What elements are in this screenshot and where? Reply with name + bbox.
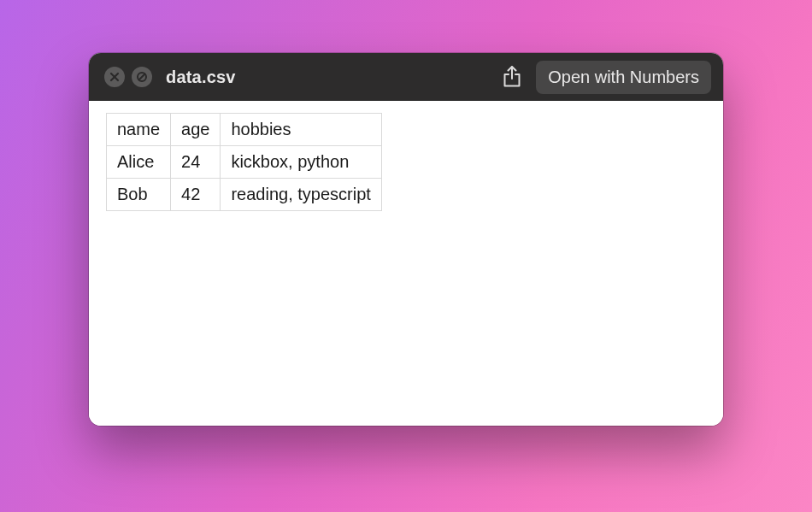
window-title: data.csv (166, 68, 236, 87)
preview-window: data.csv Open with Numbers name age (89, 53, 723, 426)
content-area: name age hobbies Alice 24 kickbox, pytho… (89, 101, 723, 426)
open-with-button[interactable]: Open with Numbers (536, 61, 711, 94)
titlebar: data.csv Open with Numbers (89, 53, 723, 101)
table-cell: name (107, 114, 171, 146)
table-row: Bob 42 reading, typescript (107, 179, 382, 211)
close-icon[interactable] (104, 67, 125, 87)
table-row: Alice 24 kickbox, python (107, 146, 382, 179)
table-cell: hobbies (221, 114, 381, 146)
svg-line-3 (138, 74, 145, 80)
table-cell: kickbox, python (221, 146, 381, 179)
table-cell: reading, typescript (221, 179, 381, 211)
table-cell: 24 (171, 146, 221, 179)
table-cell: 42 (171, 179, 221, 211)
titlebar-left: data.csv (104, 67, 236, 87)
table-row: name age hobbies (107, 114, 382, 146)
disabled-icon[interactable] (132, 67, 152, 87)
share-icon[interactable] (500, 64, 524, 90)
titlebar-right: Open with Numbers (500, 61, 711, 94)
table-cell: Bob (107, 179, 171, 211)
table-cell: Alice (107, 146, 171, 179)
csv-table: name age hobbies Alice 24 kickbox, pytho… (106, 113, 382, 211)
table-cell: age (171, 114, 221, 146)
